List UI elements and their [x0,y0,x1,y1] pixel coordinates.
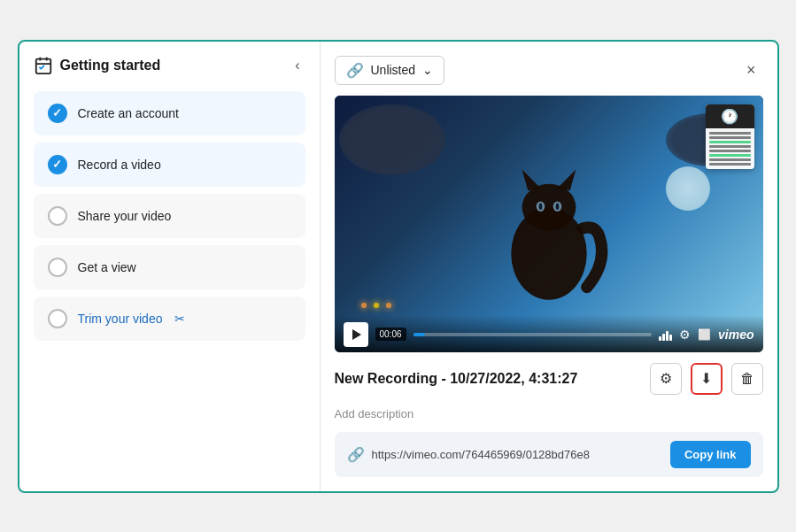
pip-icon[interactable]: ⬜ [698,328,711,341]
steps-list: Create an account Record a video Share y… [34,91,305,341]
recording-info: New Recording - 10/27/2022, 4:31:27 ⚙ ⬇ … [335,363,763,395]
visibility-dropdown[interactable]: 🔗 Unlisted ⌄ [335,56,445,85]
description-area[interactable]: Add description [335,405,763,421]
video-url: https://vimeo.com/764465969/0128bd76e8 [372,448,663,461]
step-check-create-account [48,104,67,123]
sidebar-thumbnail: 🕐 [706,104,754,169]
thumb-header: 🕐 [706,104,754,128]
settings-button[interactable]: ⚙ [650,363,682,395]
svg-point-10 [538,203,542,210]
add-description-label[interactable]: Add description [335,407,414,420]
moon [666,166,710,211]
play-button[interactable] [344,322,368,347]
close-button[interactable]: × [739,58,763,83]
video-background [335,96,763,352]
trash-icon: 🗑 [740,371,754,387]
dropdown-arrow-icon: ⌄ [422,63,433,77]
vol-bar-2 [662,334,665,341]
step-label-share-video: Share your video [78,209,172,223]
svg-point-11 [555,203,559,210]
link-icon: 🔗 [347,446,365,463]
thumb-lines [706,128,754,169]
thumb-line-5 [709,150,751,152]
settings-icon[interactable]: ⚙ [679,328,691,342]
thumb-line-7 [709,158,751,161]
collapse-button[interactable]: ‹ [290,56,305,75]
visibility-label: Unlisted [371,63,416,77]
step-label-get-view: Get a view [78,260,136,274]
step-label-trim-video[interactable]: Trim your video [78,312,163,326]
video-controls: 00:06 ⚙ ⬜ vimeo [335,315,763,352]
progress-fill [413,333,425,336]
panel-header: Getting started ‹ [34,56,305,75]
unlisted-icon: 🔗 [346,62,364,79]
thumb-line-6 [709,154,751,157]
play-icon [352,329,361,340]
copy-link-button[interactable]: Copy link [670,441,751,468]
clock-icon: 🕐 [721,108,738,125]
step-create-account[interactable]: Create an account [34,91,305,135]
step-label-create-account: Create an account [78,106,179,120]
vol-bar-4 [669,335,672,341]
step-trim-video[interactable]: Trim your video ✂ [34,297,305,341]
svg-marker-6 [522,169,540,190]
light-2 [374,303,379,308]
panel-header-left: Getting started [34,56,161,75]
step-check-trim-video [48,309,67,328]
svg-point-5 [522,183,576,230]
video-time: 00:06 [375,328,406,341]
step-label-record-video: Record a video [78,158,161,172]
video-player[interactable]: 🕐 00:06 [335,96,763,352]
vol-bar-1 [659,336,661,341]
delete-button[interactable]: 🗑 [731,363,763,395]
thumb-line-3 [709,141,751,143]
vimeo-logo: vimeo [718,328,753,342]
download-icon: ⬇ [700,370,712,387]
recording-actions: ⚙ ⬇ 🗑 [650,363,763,395]
thumb-line-4 [709,145,751,148]
step-check-get-view [48,258,67,277]
volume-indicator [659,328,672,341]
light-1 [361,303,367,308]
vol-bar-3 [666,331,668,341]
step-check-share-video [48,206,67,226]
city-lights [361,303,391,308]
thumb-line-8 [709,163,751,166]
download-button[interactable]: ⬇ [691,363,723,395]
light-3 [386,303,391,308]
cloud-left [339,104,445,175]
thumb-line-2 [709,136,751,139]
step-get-view[interactable]: Get a view [34,245,305,289]
step-record-video[interactable]: Record a video [34,143,305,187]
right-panel: 🔗 Unlisted ⌄ × [321,42,777,491]
step-share-video[interactable]: Share your video [34,194,305,238]
link-row: 🔗 https://vimeo.com/764465969/0128bd76e8… [335,432,763,477]
thumb-line-1 [709,132,751,135]
scissors-icon: ✂ [174,312,185,326]
cat-silhouette [487,144,611,312]
calendar-icon [34,56,53,75]
svg-marker-7 [557,169,576,190]
app-container: Getting started ‹ Create an account Reco… [18,40,779,493]
right-header: 🔗 Unlisted ⌄ × [335,56,763,85]
left-panel: Getting started ‹ Create an account Reco… [19,42,321,491]
progress-bar[interactable] [413,333,653,336]
step-check-record-video [48,155,67,174]
gear-icon: ⚙ [660,370,672,387]
recording-title: New Recording - 10/27/2022, 4:31:27 [335,371,578,387]
panel-title: Getting started [60,58,161,73]
